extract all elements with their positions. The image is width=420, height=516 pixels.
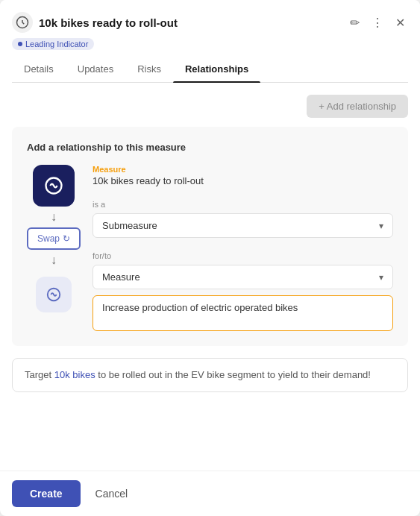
relationship-layout: ↓ Swap ↻ ↓ Measure <box>27 165 393 331</box>
swap-icon: ↻ <box>63 233 70 244</box>
relationship-type-value: Submeasure <box>102 220 157 231</box>
measure-header-icon <box>12 12 33 33</box>
rel-right-column: Measure 10k bikes ready to roll-out is a… <box>93 165 393 331</box>
card-title: Add a relationship to this measure <box>27 142 393 153</box>
is-a-label: is a <box>93 200 393 209</box>
arrow-down-2: ↓ <box>51 250 57 271</box>
badge-dot <box>18 42 22 46</box>
target-type-value: Measure <box>102 271 140 283</box>
badge-label: Leading Indicator <box>25 40 88 48</box>
swap-button[interactable]: Swap ↻ <box>27 227 81 250</box>
relationship-card: Add a relationship to this measure ↓ Swa… <box>12 127 408 346</box>
chevron-down-icon-2: ▾ <box>379 272 383 283</box>
measure-name: 10k bikes ready to roll-out <box>93 175 393 186</box>
for-to-label: for/to <box>93 251 393 260</box>
measure-type-label: Measure <box>93 165 393 174</box>
footer: Create Cancel <box>0 471 420 516</box>
add-relationship-row: + Add relationship <box>12 95 408 118</box>
rel-left-column: ↓ Swap ↻ ↓ <box>27 165 81 331</box>
target-type-select[interactable]: Measure ▾ <box>93 265 393 289</box>
header-actions: ✏ ⋮ ✕ <box>347 13 408 33</box>
add-relationship-button[interactable]: + Add relationship <box>307 95 408 118</box>
tab-relationships[interactable]: Relationships <box>173 56 260 82</box>
tab-updates[interactable]: Updates <box>66 56 125 82</box>
relationship-type-select[interactable]: Submeasure ▾ <box>93 213 393 238</box>
leading-indicator-badge: Leading Indicator <box>12 38 94 50</box>
swap-label: Swap <box>37 233 60 244</box>
panel: 10k bikes ready to roll-out ✏ ⋮ ✕ Leadin… <box>0 0 420 516</box>
arrow-down-1: ↓ <box>51 207 57 227</box>
create-button[interactable]: Create <box>12 480 81 507</box>
tab-details[interactable]: Details <box>12 56 66 82</box>
content: + Add relationship Add a relationship to… <box>0 83 420 471</box>
edit-button[interactable]: ✏ <box>347 13 363 33</box>
cancel-button[interactable]: Cancel <box>90 480 134 507</box>
page-title: 10k bikes ready to roll-out <box>39 16 178 29</box>
tabs: Details Updates Risks Relationships <box>12 56 408 83</box>
note-box: Target 10k bikes to be rolled out in the… <box>12 358 408 392</box>
chevron-down-icon: ▾ <box>379 221 383 231</box>
note-text: Target 10k bikes to be rolled out in the… <box>25 369 371 380</box>
more-button[interactable]: ⋮ <box>369 13 386 33</box>
badge-area: Leading Indicator <box>12 36 408 50</box>
target-measure-icon <box>36 277 72 312</box>
target-input[interactable]: Increase production of electric operated… <box>93 295 393 331</box>
close-button[interactable]: ✕ <box>392 13 408 33</box>
header-top: 10k bikes ready to roll-out ✏ ⋮ ✕ <box>12 12 408 33</box>
header: 10k bikes ready to roll-out ✏ ⋮ ✕ Leadin… <box>0 0 420 83</box>
source-measure-icon <box>33 165 75 207</box>
header-title-area: 10k bikes ready to roll-out <box>12 12 178 33</box>
tab-risks[interactable]: Risks <box>125 56 173 82</box>
